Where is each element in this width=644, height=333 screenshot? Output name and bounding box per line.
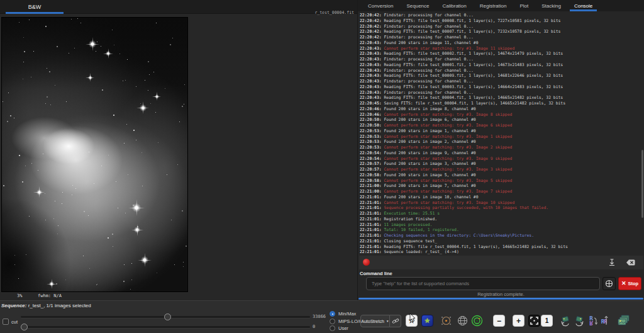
low-slider-track[interactable] <box>21 326 310 328</box>
console-log-line: 22:21:01: Total: 10 failed, 1 registered… <box>360 227 640 233</box>
sequence-label: Sequence: <box>1 303 26 308</box>
console-log-line: 22:20:54: Cannot perform star matching: … <box>360 156 640 162</box>
low-cutoff-value: 0 <box>313 324 315 329</box>
record-dot-icon <box>363 259 370 266</box>
flip-vertical-button[interactable]: R R <box>587 315 599 327</box>
loaded-image-filename: r_test_00004.fit <box>314 10 354 15</box>
console-log-line: 22:21:01: Checking sequences in the dire… <box>360 233 640 239</box>
zoom-out-icon: − <box>497 317 501 325</box>
high-cutoff-slider[interactable] <box>21 313 310 320</box>
console-log-line: 22:20:43: Reading FITS: file test_00009.… <box>360 73 640 79</box>
image-panel: B&W r_test_00004.fit 3% fwhm: N/A <box>0 0 357 300</box>
console-log-line: 22:20:43: Reading FITS: file test_00001.… <box>360 62 640 68</box>
status-message: Registration complete. <box>358 291 644 297</box>
console-log-line: 22:20:43: Reading FITS: file test_00004.… <box>360 95 640 101</box>
console-log-line: 22:20:53: Found 200 stars in image 1, ch… <box>360 128 640 134</box>
high-cutoff-value: 33866 <box>313 314 326 319</box>
display-mode-radio-group: Min/Max MIPS-LO/HI User <box>330 311 364 331</box>
fit-to-window-button[interactable] <box>528 315 540 327</box>
chevron-down-icon: ▼ <box>386 319 389 323</box>
rotate-right-button[interactable] <box>573 315 585 327</box>
console-log-line: 22:20:42: Reading FITS: file test_00008.… <box>360 18 640 24</box>
zoom-out-button[interactable]: − <box>493 315 505 327</box>
console-log-line: 22:20:54: Found 200 stars in image 9, ch… <box>360 150 640 156</box>
one-to-one-icon: 1 <box>545 317 549 324</box>
console-scrollbar[interactable] <box>641 150 643 218</box>
command-globe-button[interactable] <box>602 277 616 290</box>
console-log-line: 22:21:01: Found 200 stars in image 10, c… <box>360 195 640 200</box>
console-log-line: 22:20:57: Cannot perform star matching: … <box>360 167 640 172</box>
tab-plot[interactable]: Plot <box>518 0 530 11</box>
command-globe-icon <box>605 279 613 288</box>
cut-checkbox[interactable] <box>3 319 9 325</box>
progress-bar-fill <box>358 298 643 300</box>
console-log-line: 22:21:01: 11 images processed. <box>360 222 640 228</box>
console-log-line: 22:20:53: Cannot perform star matching: … <box>360 145 640 150</box>
stop-button[interactable]: ✕ Stop <box>618 277 641 290</box>
radio-min-max-control[interactable] <box>330 311 335 317</box>
fit-to-window-icon <box>530 317 538 325</box>
radio-min-max-label: Min/Max <box>338 311 356 317</box>
console-log-line: 22:21:01: Reading FITS: file r_test_0000… <box>360 244 640 250</box>
tab-console[interactable]: Console <box>573 0 594 11</box>
rotate-left-button[interactable] <box>559 315 571 327</box>
console-log-line: 22:20:42: Findstar: processing for chann… <box>360 35 640 40</box>
radio-min-max[interactable]: Min/Max <box>330 311 364 317</box>
tab-calibration[interactable]: Calibration <box>441 0 468 11</box>
photometry-button[interactable] <box>440 315 452 327</box>
tab-bw[interactable]: B&W <box>6 0 64 14</box>
radio-user-control[interactable] <box>330 325 335 331</box>
low-cutoff-slider[interactable] <box>21 324 310 330</box>
tab-sequence[interactable]: Sequence <box>405 0 430 11</box>
radio-mips-lo-hi-control[interactable] <box>330 319 335 324</box>
radio-user-label: User <box>338 325 348 331</box>
zoom-in-button[interactable]: + <box>513 315 525 327</box>
sequence-frames-button[interactable] <box>616 315 631 327</box>
command-input[interactable] <box>366 277 600 290</box>
command-line-row: ✕ Stop <box>366 277 641 290</box>
radio-mips-lo-hi[interactable]: MIPS-LO/HI <box>330 319 364 324</box>
nebula-image[interactable] <box>2 18 187 291</box>
stretch-mode-dropdown[interactable]: AutoStretch ▼ <box>360 315 390 327</box>
star-detection-icon: ★ <box>425 317 431 324</box>
console-log-line: 22:20:43: Findstar: processing for chann… <box>360 57 640 62</box>
flip-horizontal-button[interactable]: R R <box>600 315 612 327</box>
high-slider-thumb[interactable] <box>164 313 171 320</box>
star-detection-button[interactable]: ★ <box>421 315 433 327</box>
tab-conversion[interactable]: Conversion <box>367 0 394 11</box>
psf-button[interactable] <box>471 315 483 327</box>
siril-window: B&W r_test_00004.fit 3% fwhm: N/A Conver… <box>0 0 644 333</box>
console-log-line: 22:20:53: Cannot perform star matching: … <box>360 134 640 140</box>
console-log-line: 22:20:50: Cannot perform star matching: … <box>360 123 640 128</box>
tab-registration[interactable]: Registration <box>479 0 508 11</box>
zoom-in-icon: + <box>516 317 521 325</box>
console-log-line: 22:20:42: Findstar: processing for chann… <box>360 24 640 30</box>
sequence-status-line: Sequence: r_test_, 1/1 images selected <box>1 303 91 308</box>
control-panel: ConversionSequenceCalibrationRegistratio… <box>357 0 644 300</box>
console-log: 22:20:42: Findstar: processing for chann… <box>360 13 640 255</box>
astrometry-button[interactable] <box>457 315 469 327</box>
console-log-line: 22:20:53: Found 200 stars in image 2, ch… <box>360 139 640 145</box>
sequence-info: r_test_, 1/1 images selected <box>26 303 91 308</box>
planet-orbit-icon <box>440 315 452 327</box>
cut-checkbox-label: cut <box>11 319 18 325</box>
radio-user[interactable]: User <box>330 325 364 331</box>
console-log-line: 22:20:45: Saving FITS: file r_test_00004… <box>360 101 640 106</box>
one-to-one-button[interactable]: 1 <box>541 315 553 327</box>
tab-stacking[interactable]: Stacking <box>540 0 562 11</box>
clear-console-icon[interactable] <box>626 257 636 268</box>
console-log-line: 22:20:58: Cannot perform star matching: … <box>360 178 640 184</box>
tab-bw-label: B&W <box>28 4 42 10</box>
console-log-line: 22:20:50: Found 200 stars in image 6, ch… <box>360 117 640 123</box>
link-channels-button[interactable] <box>390 315 401 327</box>
stop-x-icon: ✕ <box>621 281 626 286</box>
stop-button-label: Stop <box>628 281 638 286</box>
fwhm-value: fwhm: N/A <box>38 293 62 298</box>
console-log-line: 22:21:01: Sequence loaded: r_test_ (4->4… <box>360 249 640 255</box>
svg-text:R: R <box>603 319 607 325</box>
low-slider-thumb[interactable] <box>21 324 28 330</box>
zoom-level-value: 3% <box>17 293 22 298</box>
rotate-left-icon <box>560 315 571 327</box>
console-log-line: 22:20:43: Findstar: processing for chann… <box>360 68 640 74</box>
export-log-icon[interactable] <box>607 257 617 268</box>
